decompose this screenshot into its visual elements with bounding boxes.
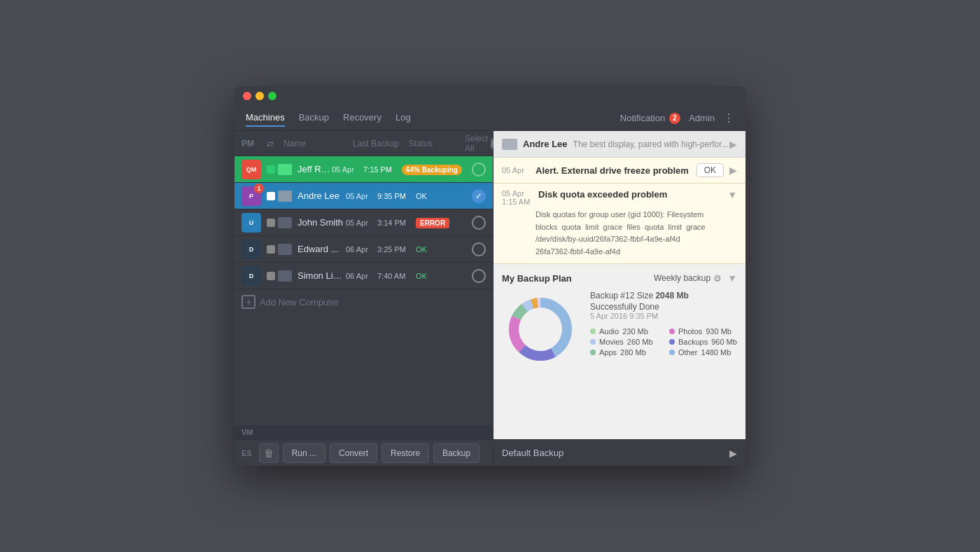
machine-description: The best display, paired with high-perfo…: [573, 139, 729, 149]
add-computer-button[interactable]: + Add New Computer: [234, 289, 493, 315]
notification-button[interactable]: Notification 2: [620, 113, 680, 124]
bp-title: My Backup Plan: [502, 273, 654, 284]
section-vm-label: VM: [234, 425, 493, 439]
tab-recovery[interactable]: Recovery: [343, 109, 382, 127]
nav-tabs: Machines Backup Recovery Log: [246, 109, 620, 127]
legend-dot-other: [669, 350, 675, 355]
legend-item-apps: Apps 280 Mb: [590, 348, 658, 357]
toolbar-right: Default Backup ▶: [493, 448, 746, 459]
tab-machines[interactable]: Machines: [246, 109, 285, 127]
machine-row[interactable]: QM Jeff Raskin 05 Apr 7:15 PM 64% Backup…: [234, 156, 493, 183]
delete-button[interactable]: 🗑: [259, 443, 279, 463]
legend-item-movies: Movies 260 Mb: [590, 338, 658, 346]
alert-date: 05 Apr: [502, 166, 530, 174]
bp-header: My Backup Plan Weekly backup ⚙ ▼: [502, 272, 737, 284]
machine-list: QM Jeff Raskin 05 Apr 7:15 PM 64% Backup…: [234, 156, 493, 425]
notification-label: Notification: [620, 113, 665, 123]
gear-icon[interactable]: ⚙: [713, 273, 722, 284]
disk-quota-panel: 05 Apr 1:15 AM Disk quota exceeded probl…: [493, 184, 746, 264]
machine-status: ERROR: [416, 219, 472, 227]
machine-checkbox[interactable]: [472, 242, 486, 256]
col-name: Name: [284, 139, 353, 149]
machine-name: Edward ...: [298, 244, 346, 254]
legend-item-backups: Backups 960 Mb: [669, 338, 737, 346]
machine-time: 3:25 PM: [377, 245, 416, 254]
machine-name: Simon Liber: [298, 270, 346, 281]
tab-backup[interactable]: Backup: [299, 109, 329, 127]
restore-button[interactable]: Restore: [382, 443, 429, 463]
legend-value-audio: 230 Mb: [622, 327, 648, 336]
status-indicator: [267, 272, 275, 280]
machine-checkbox[interactable]: [472, 216, 486, 230]
legend-label-photos: Photos: [678, 327, 702, 336]
table-header: PM ⇄ Name Last Backup Status Select All: [234, 131, 493, 156]
machine-checkbox[interactable]: ✓: [472, 189, 486, 203]
legend-value-apps: 280 Mb: [620, 348, 646, 357]
admin-button[interactable]: Admin: [689, 113, 715, 123]
avatar: QM: [241, 160, 261, 179]
run-button[interactable]: Run ...: [283, 443, 326, 463]
machine-icon: [278, 270, 292, 282]
legend-label-backups: Backups: [678, 338, 708, 346]
legend-item-audio: Audio 230 Mb: [590, 327, 658, 336]
avatar-badge: 1: [254, 184, 264, 193]
main-content: PM ⇄ Name Last Backup Status Select All …: [234, 131, 746, 439]
status-badge-backuping: 64% Backuping: [402, 165, 462, 175]
legend-label-audio: Audio: [599, 327, 619, 336]
status-ok: OK: [416, 192, 427, 200]
convert-button[interactable]: Convert: [330, 443, 377, 463]
legend-dot-audio: [590, 329, 596, 334]
backup-date: 5 Apr 2016 9:35 PM: [590, 312, 737, 320]
machine-time: 7:15 PM: [363, 165, 402, 174]
legend-item-other: Other 1480 Mb: [669, 348, 737, 357]
maximize-button[interactable]: [268, 92, 276, 100]
expand-icon[interactable]: ▶: [729, 139, 737, 150]
machine-icon: [278, 244, 292, 255]
legend-dot-photos: [669, 329, 675, 334]
machine-icon: [278, 164, 292, 175]
title-bar: [234, 86, 746, 106]
alert-expand-icon[interactable]: ▶: [729, 165, 737, 176]
nav-bar: Machines Backup Recovery Log Notificatio…: [234, 106, 746, 131]
machine-checkbox[interactable]: [472, 163, 486, 177]
minimize-button[interactable]: [255, 92, 264, 100]
dq-expand-icon[interactable]: ▼: [727, 189, 737, 200]
add-icon: +: [241, 295, 255, 309]
machine-row[interactable]: U John Smith 05 Apr 3:14 PM ERROR: [234, 209, 493, 236]
legend-dot-backups: [669, 339, 675, 345]
legend-value-backups: 960 Mb: [711, 338, 737, 346]
legend-item-photos: Photos 930 Mb: [669, 327, 737, 336]
machine-name: Andre Lee: [523, 139, 568, 149]
legend-label-other: Other: [678, 348, 698, 357]
machine-checkbox[interactable]: [472, 269, 486, 283]
tab-log[interactable]: Log: [396, 109, 411, 127]
toolbar-right-arrow[interactable]: ▶: [729, 448, 737, 459]
machine-name: Jeff Raskin: [298, 164, 332, 174]
machine-name: John Smith: [298, 217, 346, 228]
machine-icon: [502, 139, 517, 150]
more-menu-button[interactable]: ⋮: [723, 111, 734, 125]
machine-time: 9:35 PM: [377, 192, 416, 200]
machine-row[interactable]: P 1 Andre Lee 05 Apr 9:35 PM OK ✓: [234, 183, 493, 209]
backup-button[interactable]: Backup: [433, 443, 479, 463]
machine-icon: [278, 217, 292, 228]
default-backup-label: Default Backup: [502, 448, 729, 458]
machine-row[interactable]: D Simon Liber 06 Apr 7:40 AM OK: [234, 263, 493, 289]
col-status: Status: [409, 139, 465, 149]
alert-ok-button[interactable]: OK: [696, 163, 724, 177]
col-select-all[interactable]: Select All: [465, 134, 486, 153]
bp-expand-icon[interactable]: ▼: [727, 272, 737, 284]
backup-title: Backup #12 Size 2048 Mb: [590, 291, 737, 301]
close-button[interactable]: [243, 92, 251, 100]
dq-body: Disk quotas for group user (gid 1000): F…: [502, 209, 737, 258]
backup-status: Successfully Done: [590, 302, 737, 312]
legend-dot-apps: [590, 350, 596, 355]
status-indicator: [267, 165, 275, 174]
machine-row[interactable]: D Edward ... 06 Apr 3:25 PM OK: [234, 236, 493, 263]
donut-chart: [502, 291, 579, 368]
legend-value-photos: 930 Mb: [706, 327, 732, 336]
avatar: U: [241, 213, 261, 233]
bp-body: Backup #12 Size 2048 Mb Successfully Don…: [502, 291, 737, 368]
right-panel: Andre Lee The best display, paired with …: [493, 131, 746, 439]
machine-status: OK: [416, 245, 472, 254]
